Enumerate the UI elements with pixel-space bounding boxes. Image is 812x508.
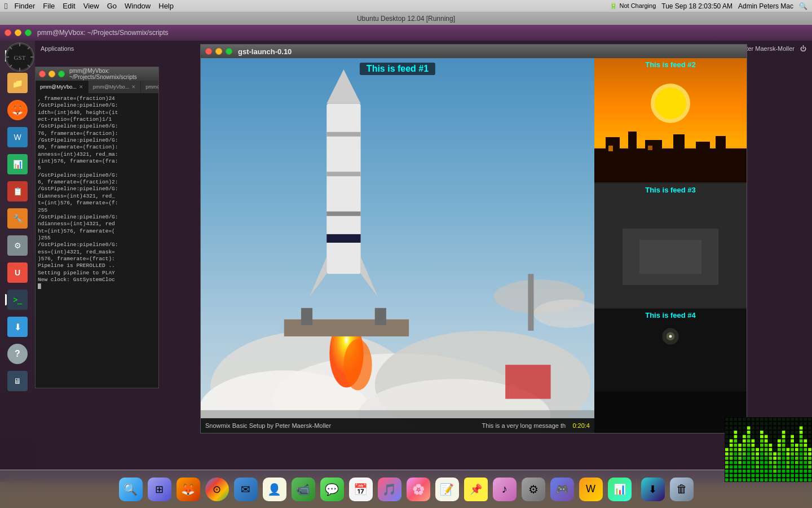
terminal-close-button[interactable] (39, 71, 46, 77)
svg-text:GST: GST (14, 54, 26, 61)
feed4-content: This is feed #4 (594, 309, 747, 433)
menubar-search-icon[interactable]: 🔍 (799, 2, 807, 10)
sidebar-item-writer[interactable]: W (5, 125, 30, 150)
terminal-tab-1[interactable]: pmm@MyVbo... ✕ (36, 81, 89, 93)
menubar-time: Tue Sep 18 2:03:50 AM (661, 2, 732, 10)
ubuntu-window-titlebar: pmm@MyVbox: ~/Projects/Snowmix/scripts (0, 25, 812, 41)
svg-rect-28 (301, 308, 312, 325)
dock-item-launchpad[interactable]: ⊞ (146, 476, 173, 503)
dock-item-facetime[interactable]: 📹 (290, 476, 317, 503)
svg-rect-33 (505, 365, 550, 398)
gst-launch-window: gst-launch-0.10 This is feed #1 (200, 44, 747, 433)
svg-rect-19 (326, 103, 360, 274)
gst-window-title: gst-launch-0.10 (238, 47, 292, 56)
dock-item-downloads[interactable]: ⬇ (639, 476, 667, 503)
sidebar-item-terminal[interactable]: >_ (5, 287, 30, 312)
led-canvas (725, 417, 812, 482)
macos-menubar:  Finder File Edit View Go Window Help 🔋… (0, 0, 812, 12)
terminal-content[interactable]: , framerate=(fraction)24 /GstPipeline:pi… (36, 93, 158, 388)
terminal-tabs: pmm@MyVbo... ✕ pmm@MyVbo... ✕ pmm@MyV...… (36, 81, 158, 93)
video-area: This is feed #1 (201, 58, 747, 433)
svg-rect-54 (594, 392, 747, 433)
status-left: Snowmix Basic Setup by Peter Maersk-Moll… (205, 422, 331, 429)
terminal-tab-close-2[interactable]: ✕ (131, 84, 136, 90)
dock-item-firefox[interactable]: 🦊 (175, 476, 202, 503)
dock-item-photos[interactable]: 🌸 (405, 476, 432, 503)
terminal-line: ect-ratio=(fraction)1/1 (38, 116, 156, 123)
sidebar-item-display[interactable]: 🖥 (5, 369, 30, 393)
terminal-maximize-button[interactable] (58, 71, 65, 77)
dock-item-mail[interactable]: ✉ (232, 476, 259, 503)
sidebar-item-unity[interactable]: U (5, 260, 30, 285)
sidebar-item-calc[interactable]: 📊 (5, 152, 30, 177)
sidebar-item-files[interactable]: 📁 (5, 71, 30, 95)
dock-item-itunes[interactable]: ♪ (491, 476, 518, 503)
dock-item-finder[interactable]: 🔍 (117, 476, 144, 503)
dock-item-music[interactable]: 🎵 (376, 476, 403, 503)
svg-rect-42 (673, 134, 685, 154)
dock-item-reminders[interactable]: 📝 (434, 476, 461, 503)
svg-rect-41 (645, 140, 662, 154)
terminal-line: /GstPipeline:pipeline0/G: (38, 242, 156, 248)
dock-item-app18[interactable]: 📊 (606, 476, 633, 503)
terminal-tab-2[interactable]: pmm@MyVbo... ✕ (89, 81, 142, 93)
terminal-line: ndianness=(int)4321, red (38, 221, 156, 227)
sidebar-item-software[interactable]: 🔧 (5, 206, 30, 231)
terminal-minimize-button[interactable] (48, 71, 55, 77)
dock-item-chrome[interactable]: ⊙ (204, 476, 231, 503)
gst-minimize-button[interactable] (215, 48, 222, 55)
virtualbox-title: Ubuntu Desktop 12.04 [Running] (357, 15, 455, 23)
terminal-tab-close-1[interactable]: ✕ (79, 84, 83, 90)
dock-item-app16[interactable]: 🎮 (549, 476, 576, 503)
sidebar-item-download[interactable]: ⬇ (5, 314, 30, 339)
terminal-line: Pipeline is PREROLLED .. (38, 262, 156, 269)
gst-statusbar: Snowmix Basic Setup by Peter Maersk-Moll… (201, 418, 594, 433)
terminal-line: 76, framerate=(fraction): (38, 130, 156, 137)
dock-item-app17[interactable]: W (577, 476, 604, 503)
dock-item-messages[interactable]: 💬 (319, 476, 346, 503)
svg-rect-21 (326, 132, 360, 137)
gst-close-button[interactable] (205, 48, 212, 55)
menu-finder[interactable]: Finder (14, 2, 35, 10)
sidebar-item-help[interactable]: ? (5, 341, 30, 366)
terminal-line: /GstPipeline:pipeline0/G: (38, 186, 156, 192)
terminal-window-buttons (39, 71, 65, 77)
dock-separator (636, 478, 637, 501)
ubuntu-close-button[interactable] (5, 29, 11, 36)
feed4-container: This is feed #4 (594, 309, 747, 433)
sidebar-item-settings[interactable]: ⚙ (5, 233, 30, 258)
apple-logo-icon[interactable]:  (5, 1, 7, 11)
gst-maximize-button[interactable] (226, 48, 232, 55)
menu-help[interactable]: Help (158, 2, 174, 10)
menu-go[interactable]: Go (107, 2, 117, 10)
terminal-line: ess=(int)4321, red_mask= (38, 249, 156, 256)
menu-window[interactable]: Window (125, 2, 151, 10)
terminal-tab-3[interactable]: pmm@MyV... ✕ (141, 81, 158, 93)
terminal-title: pmm@MyVbox: ~/Projects/Snowmix/scripts (69, 68, 155, 80)
menu-view[interactable]: View (83, 2, 99, 10)
ubuntu-maximize-button[interactable] (25, 29, 32, 36)
dock-item-contacts[interactable]: 👤 (261, 476, 288, 503)
svg-rect-43 (696, 142, 710, 154)
topbar-menu-app[interactable]: Applications (41, 45, 74, 52)
terminal-line: New clock: GstSystemCloc (38, 277, 156, 283)
terminal-line: ht=(int)576, framerate=( (38, 228, 156, 235)
dock-item-system-prefs[interactable]: ⚙ (520, 476, 547, 503)
menu-edit[interactable]: Edit (63, 2, 75, 10)
ubuntu-minimize-button[interactable] (15, 29, 21, 36)
svg-rect-22 (326, 172, 360, 176)
menubar-user: Admin Peters Mac (738, 2, 793, 10)
sidebar-item-firefox[interactable]: 🦊 (5, 98, 30, 122)
terminal-line: /GstPipeline:pipeline0/G: (38, 172, 156, 179)
terminal-line: /GstPipeline:pipeline0/G: (38, 137, 156, 144)
right-feeds-panel: This is feed #2 This is feed #3 (594, 58, 747, 433)
dock-item-trash[interactable]: 🗑 (668, 476, 695, 503)
terminal-line: )576, framerate=(fract): (38, 256, 156, 262)
feed2-label: This is feed #2 (645, 60, 696, 69)
dock-item-stickies[interactable]: 📌 (462, 476, 489, 503)
dock-item-calendar[interactable]: 📅 (347, 476, 374, 503)
svg-rect-32 (528, 274, 533, 331)
menu-file[interactable]: File (43, 2, 55, 10)
sidebar-item-impress[interactable]: 📋 (5, 179, 30, 204)
topbar-power-icon[interactable]: ⏻ (800, 45, 806, 52)
